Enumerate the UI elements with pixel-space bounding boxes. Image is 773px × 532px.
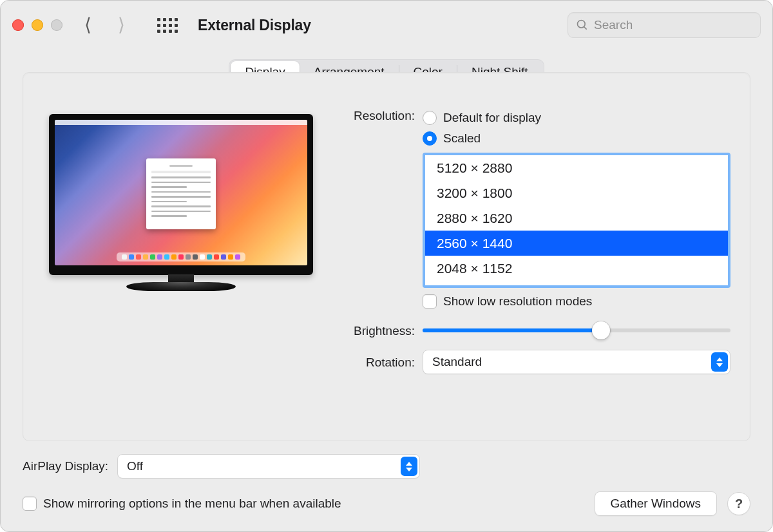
show-all-preferences-button[interactable]	[154, 12, 181, 39]
airplay-label: AirPlay Display:	[23, 459, 108, 473]
airplay-popup[interactable]: Off	[117, 454, 420, 479]
resolution-option[interactable]: 3200 × 1800	[425, 180, 728, 205]
svg-point-0	[578, 21, 586, 28]
toolbar: ⟨ ⟩ External Display	[1, 1, 772, 50]
rotation-popup[interactable]: Standard	[423, 350, 730, 374]
forward-button[interactable]: ⟩	[108, 12, 135, 39]
window-controls	[12, 19, 62, 31]
radio-icon	[423, 111, 437, 125]
mirroring-label: Show mirroring options in the menu bar w…	[43, 497, 341, 511]
resolution-option[interactable]: 2880 × 1620	[425, 205, 728, 231]
footer: AirPlay Display: Off Show mirroring opti…	[1, 441, 772, 531]
minimize-window-button[interactable]	[32, 19, 43, 31]
chevron-right-icon: ⟩	[118, 16, 125, 34]
brightness-row: Brightness:	[332, 320, 730, 341]
svg-line-1	[584, 27, 587, 30]
rotation-value: Standard	[432, 355, 482, 369]
display-controls: Resolution: Default for display Scaled 5…	[313, 101, 750, 441]
window-title: External Display	[198, 17, 311, 34]
resolution-default-option[interactable]: Default for display	[423, 108, 730, 128]
checkbox-icon	[23, 497, 37, 511]
resolution-scaled-option[interactable]: Scaled	[423, 128, 730, 149]
resolution-row: Resolution: Default for display Scaled 5…	[332, 108, 730, 309]
rotation-row: Rotation: Standard	[332, 350, 730, 374]
airplay-value: Off	[127, 459, 143, 473]
rotation-label: Rotation:	[332, 354, 423, 370]
apps-grid-icon	[157, 18, 178, 33]
help-button[interactable]: ?	[727, 492, 750, 515]
checkbox-icon	[423, 294, 437, 309]
slider-thumb-icon[interactable]	[592, 321, 610, 339]
search-input[interactable]	[594, 18, 752, 32]
mirroring-checkbox[interactable]: Show mirroring options in the menu bar w…	[23, 497, 341, 511]
resolution-option[interactable]: 2048 × 1152	[425, 256, 728, 281]
back-button[interactable]: ⟨	[74, 12, 101, 39]
display-preview	[23, 101, 313, 441]
show-low-res-checkbox[interactable]: Show low resolution modes	[423, 294, 730, 309]
resolution-option[interactable]: 5120 × 2880	[425, 155, 728, 180]
resolution-label: Resolution:	[332, 108, 423, 309]
search-icon	[576, 19, 589, 32]
brightness-label: Brightness:	[332, 323, 423, 338]
zoom-window-button[interactable]	[51, 19, 62, 31]
airplay-row: AirPlay Display: Off	[23, 454, 750, 479]
resolution-scaled-label: Scaled	[443, 131, 481, 146]
popup-stepper-icon	[401, 457, 417, 476]
preferences-window: ⟨ ⟩ External Display Display Arrangement	[0, 0, 773, 532]
resolution-option[interactable]: 2560 × 1440	[425, 231, 728, 256]
popup-stepper-icon	[711, 352, 728, 372]
chevron-left-icon: ⟨	[84, 16, 91, 34]
display-panel: Resolution: Default for display Scaled 5…	[23, 72, 750, 441]
close-window-button[interactable]	[12, 19, 24, 31]
footer-bottom-row: Show mirroring options in the menu bar w…	[23, 491, 750, 516]
gather-windows-button[interactable]: Gather Windows	[595, 491, 717, 516]
resolution-list[interactable]: 5120 × 28803200 × 18002880 × 16202560 × …	[423, 153, 730, 288]
resolution-default-label: Default for display	[443, 111, 541, 125]
radio-icon	[423, 131, 437, 146]
show-low-res-label: Show low resolution modes	[443, 294, 592, 309]
monitor-icon	[49, 114, 313, 291]
brightness-slider[interactable]	[423, 320, 730, 341]
search-field[interactable]	[568, 12, 761, 38]
resolution-option[interactable]: 1600 × 900	[425, 281, 728, 285]
